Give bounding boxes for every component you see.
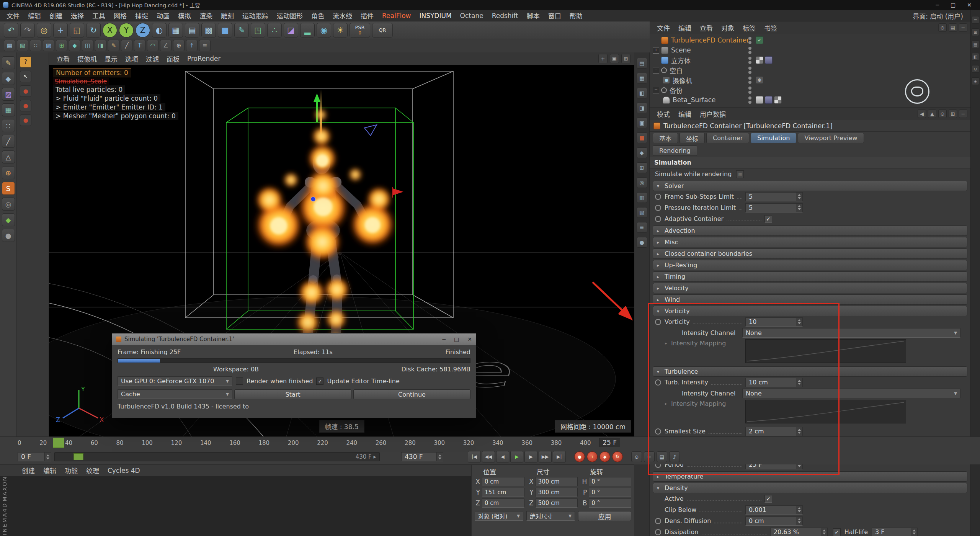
next-frame-button[interactable]: ▶: [524, 451, 537, 462]
keyframe-circle[interactable]: [655, 529, 661, 535]
object-row[interactable]: + 立方体: [650, 55, 970, 65]
side-tab-icon[interactable]: ⊞: [972, 28, 979, 36]
section-temperature[interactable]: ▸ Temperature: [653, 471, 967, 482]
menu-item[interactable]: 窗口: [544, 11, 565, 20]
dock-tab-icon[interactable]: ◨: [637, 103, 647, 113]
spinner[interactable]: [821, 528, 827, 536]
apply-button[interactable]: 应用: [578, 511, 631, 521]
dock-tab-icon[interactable]: ≡: [637, 222, 647, 233]
snap-grid-icon[interactable]: ⊞: [56, 40, 67, 51]
dock-tab-icon[interactable]: ▥: [637, 192, 647, 203]
frame-substeps-field[interactable]: 5: [745, 192, 803, 201]
keyframe-circle[interactable]: [655, 216, 661, 222]
start-button[interactable]: Start: [234, 389, 351, 399]
tab-container[interactable]: Container: [706, 133, 749, 143]
menu-item[interactable]: 帮助: [565, 11, 587, 20]
om-menu-item[interactable]: 对象: [717, 23, 738, 33]
dock-tab-icon[interactable]: ▤: [637, 58, 647, 69]
keyframe-circle[interactable]: [655, 428, 661, 435]
om-menu-item[interactable]: 查看: [696, 23, 717, 33]
intensity-mapping-curve[interactable]: [745, 339, 906, 363]
single-view-icon[interactable]: ▣: [610, 54, 619, 63]
menu-item[interactable]: 运动跟踪: [238, 11, 273, 20]
om-menu-item[interactable]: 标签: [738, 23, 760, 33]
coordinate-system-icon[interactable]: ◐: [152, 23, 167, 38]
visibility-dots[interactable]: [748, 47, 751, 54]
marquee-select-icon[interactable]: ▨: [43, 40, 54, 51]
side-tab-icon[interactable]: ◧: [972, 53, 979, 60]
position-x-field[interactable]: 0 cm: [482, 477, 524, 486]
interface-layout-status[interactable]: 界面: 启动 (用户): [913, 11, 980, 21]
spinner[interactable]: [911, 528, 917, 536]
z-axis-lock-icon[interactable]: Z: [136, 23, 150, 38]
frame-start-field[interactable]: 0 F: [18, 452, 51, 461]
render-settings-icon[interactable]: ▩: [201, 23, 216, 38]
object-row[interactable]: − 空白: [650, 65, 970, 75]
update-timeline-checkbox[interactable]: ✓: [316, 377, 323, 385]
section-bar-collapsed[interactable]: ▸ Advection: [653, 226, 967, 236]
am-menu-item[interactable]: 模式: [653, 109, 674, 119]
dialog-close-icon[interactable]: ✕: [467, 336, 472, 342]
halflife-field[interactable]: 3 F: [872, 528, 918, 536]
spinner[interactable]: [796, 193, 802, 201]
render-when-finished-checkbox[interactable]: [236, 377, 243, 385]
section-density[interactable]: ▾ Density: [653, 483, 967, 493]
text-tool-icon[interactable]: T: [134, 40, 145, 51]
dot-grid-icon[interactable]: ∷: [30, 40, 41, 51]
menu-item[interactable]: 流水线: [328, 11, 356, 20]
dock-tab-icon[interactable]: ⊞: [637, 162, 647, 173]
om-menu-item[interactable]: 编辑: [674, 23, 696, 33]
magnet-icon[interactable]: ◆: [69, 40, 80, 51]
array-icon[interactable]: ∴: [267, 23, 282, 38]
measure-icon[interactable]: ∠: [160, 40, 172, 51]
spinner[interactable]: [44, 453, 51, 461]
brush-icon[interactable]: ✎: [108, 40, 119, 51]
cursor-tool-icon[interactable]: ↖: [20, 71, 31, 82]
tab-viewport-preview[interactable]: Viewport Preview: [798, 133, 864, 143]
render-picture-viewer-icon[interactable]: ▤: [185, 23, 199, 38]
menu-item[interactable]: 工具: [88, 11, 109, 20]
spinner[interactable]: [796, 378, 802, 387]
coord-size-dropdown[interactable]: 绝对尺寸▼: [526, 511, 575, 521]
material-menu-item[interactable]: Cycles 4D: [103, 467, 144, 474]
spline-arc-icon[interactable]: ◠: [147, 40, 158, 51]
next-key-button[interactable]: ▶▶: [539, 451, 552, 462]
rotate-icon[interactable]: ↻: [86, 23, 101, 38]
section-bar-collapsed[interactable]: ▸ Closed container boundaries: [653, 248, 967, 259]
menu-item[interactable]: Octane: [456, 12, 488, 20]
vorticity-field[interactable]: 10: [745, 317, 803, 327]
menu-item[interactable]: 创建: [45, 11, 67, 20]
dialog-title-bar[interactable]: Simulating 'TurbulenceFD Container.1' ─ …: [112, 333, 476, 345]
history-back-icon[interactable]: ◀: [918, 109, 926, 118]
mirror-icon[interactable]: ◫: [82, 40, 93, 51]
dialog-minimize-icon[interactable]: ─: [443, 336, 446, 342]
expand-arrow-icon[interactable]: ▸: [665, 341, 667, 346]
convert-editable-icon[interactable]: ✎: [2, 56, 15, 69]
solo-mode-icon[interactable]: ◎: [2, 198, 15, 211]
prev-frame-button[interactable]: ◀: [496, 451, 509, 462]
menu-item[interactable]: 角色: [307, 11, 328, 20]
sphere-brush-icon[interactable]: ●: [20, 100, 31, 111]
keyframe-selection-icon[interactable]: ⊙: [631, 451, 642, 462]
menu-item[interactable]: 文件: [2, 11, 24, 20]
menu-item[interactable]: 模拟: [174, 11, 195, 20]
collapse-icon[interactable]: −: [653, 87, 659, 93]
pin-icon[interactable]: +: [598, 54, 608, 63]
search-icon[interactable]: ⊙: [938, 109, 947, 118]
dock-tab-icon[interactable]: ▧: [637, 207, 647, 218]
history-up-icon[interactable]: ▲: [928, 109, 936, 118]
move-icon[interactable]: +: [53, 23, 68, 38]
deformer-icon[interactable]: ◪: [284, 23, 298, 38]
menu-item[interactable]: INSYDIUM: [415, 12, 456, 20]
frame-end-field[interactable]: 430 F: [401, 452, 443, 461]
tab-basic[interactable]: 基本: [653, 133, 678, 143]
side-tab-icon[interactable]: ≡: [972, 16, 979, 24]
side-tab-icon[interactable]: ◈: [972, 77, 979, 85]
subdivision-surface-icon[interactable]: ◳: [251, 23, 265, 38]
texture-tag-icon[interactable]: [756, 56, 763, 64]
lock-icon[interactable]: ●: [2, 229, 15, 242]
visibility-dots[interactable]: [748, 37, 751, 44]
spinner[interactable]: [796, 318, 802, 326]
dissipation-checkbox[interactable]: ✓: [833, 528, 841, 536]
density-active-checkbox[interactable]: ✓: [764, 495, 772, 503]
